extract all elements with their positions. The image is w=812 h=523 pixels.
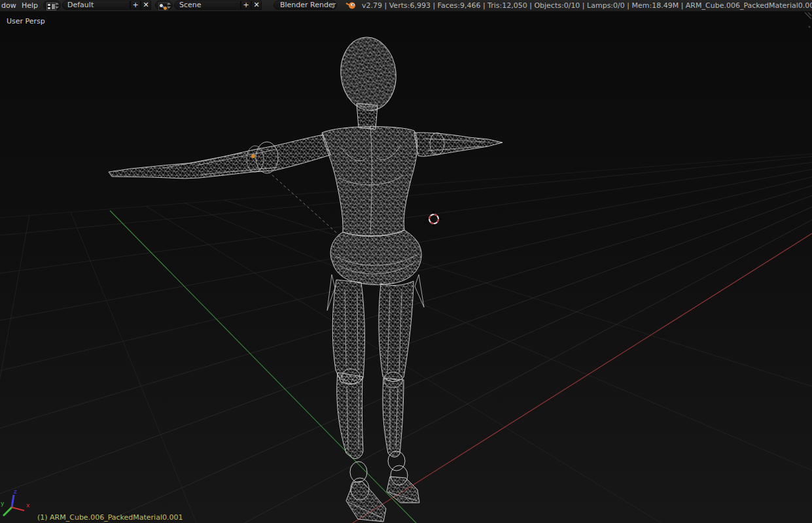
x-axis-line [353,233,812,523]
info-header: dow Help Default + ✕ Scene + ✕ Blender R… [0,0,812,12]
blender-logo-icon [345,1,357,10]
menu-help[interactable]: Help [22,1,38,10]
screen-layout-delete-button[interactable]: ✕ [141,1,151,10]
scene-statistics: v2.79 | Verts:6,993 | Faces:9,466 | Tris… [362,1,812,10]
chevron-updown-icon [166,3,171,8]
screen-layout-browse-button[interactable] [43,1,61,10]
region-corner-widget[interactable] [805,12,811,28]
wireframe-model[interactable] [109,35,503,522]
object-origin-dot [251,154,255,158]
3d-viewport[interactable]: z y x User Persp (1) ARM_Cube.006_Packed… [0,11,812,523]
gizmo-z-label: z [14,488,17,495]
render-engine-dropdown[interactable]: Blender Render [274,1,337,10]
viewport-canvas[interactable]: z y x [0,0,812,523]
render-engine-value: Blender Render [280,1,336,9]
menu-window[interactable]: dow [1,1,16,10]
gizmo-y-label: y [1,500,5,507]
scene-add-button[interactable]: + [241,1,251,10]
active-object-info: (1) ARM_Cube.006_PackedMaterial0.001 [37,513,183,522]
scene-delete-button[interactable]: ✕ [251,1,262,10]
scene-name: Scene [179,1,202,9]
chevron-updown-icon [330,3,335,8]
scene-browse-button[interactable] [155,1,173,10]
scene-name-field[interactable]: Scene [174,1,241,10]
screen-layout-add-button[interactable]: + [130,1,141,10]
blender-window: dow Help Default + ✕ Scene + ✕ Blender R… [0,0,812,523]
axis-gizmo: z y x [1,488,30,516]
view-name-label: User Persp [7,17,45,25]
screen-layout-name: Default [67,1,94,9]
gizmo-x-label: x [26,502,30,509]
screen-layout-name-field[interactable]: Default [62,1,130,10]
chevron-updown-icon [54,3,59,8]
